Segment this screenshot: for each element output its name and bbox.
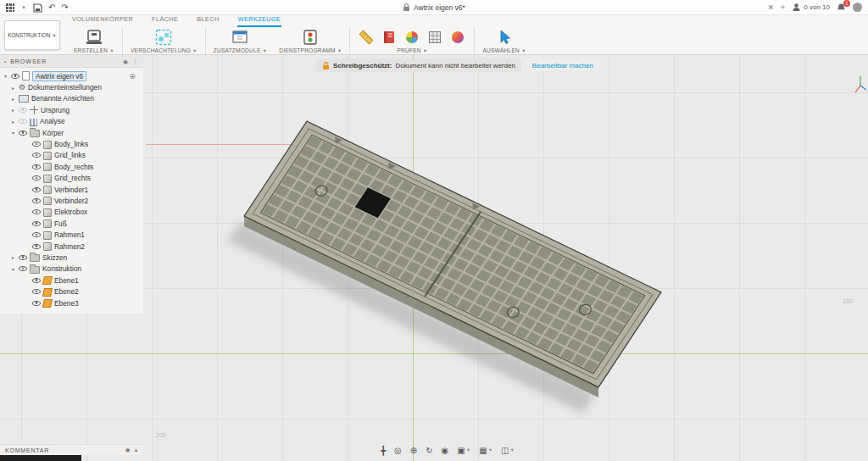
visibility-eye-icon[interactable]: [19, 117, 27, 125]
display-settings-icon[interactable]: ▣▼: [457, 447, 470, 455]
tree-item-body_rechts[interactable]: Body_rechts: [0, 161, 143, 172]
interference-book-icon[interactable]: [381, 29, 398, 46]
tree-item-ebene3[interactable]: Ebene3: [0, 297, 143, 308]
tree-item-rahmen2[interactable]: Rahmen2: [0, 241, 143, 252]
tab-werkzeuge[interactable]: WERKZEUGE: [237, 15, 282, 27]
data-panel-icon[interactable]: [5, 3, 15, 13]
visibility-eye-icon[interactable]: [19, 264, 27, 273]
tree-item-skizzen[interactable]: ▸Skizzen: [0, 252, 143, 263]
orbit-icon[interactable]: ↻: [426, 447, 432, 455]
visibility-eye-icon[interactable]: [32, 208, 41, 216]
add-icon[interactable]: ⊕: [129, 72, 136, 81]
group-pruefen[interactable]: PRÜFEN▼: [352, 27, 472, 53]
plane-icon: [42, 276, 53, 285]
grid-label: 100: [843, 298, 853, 304]
close-tab-icon[interactable]: ✕: [767, 3, 774, 12]
look-at-icon[interactable]: ◉: [442, 447, 449, 455]
panel-menu-icon[interactable]: ⋮: [132, 58, 139, 65]
redo-icon[interactable]: ↷: [61, 3, 68, 12]
pan-icon[interactable]: ╋: [381, 447, 386, 455]
collapse-arrow-icon[interactable]: ▸: [10, 119, 16, 125]
workspace-selector-button[interactable]: KONSTRUKTION ▼: [4, 20, 60, 50]
visibility-eye-icon[interactable]: [32, 151, 41, 159]
select-cursor-icon[interactable]: [495, 28, 514, 47]
section-analysis-icon[interactable]: [403, 29, 420, 46]
visibility-eye-icon[interactable]: [32, 299, 41, 308]
tree-item-körper[interactable]: ▾Körper: [0, 127, 143, 138]
tree-item-body_links[interactable]: Body_links: [0, 138, 143, 149]
tree-item-ebene1[interactable]: Ebene1: [0, 275, 143, 286]
collapse-arrow-icon[interactable]: ▸: [10, 254, 16, 260]
tree-item-grid_rechts[interactable]: Grid_rechts: [0, 173, 143, 184]
fit-icon[interactable]: ⊕: [410, 447, 417, 455]
zoom-icon[interactable]: ◎: [394, 447, 402, 455]
tree-root[interactable]: ▾ Awtrix eigen v6 ⊕: [0, 70, 143, 81]
collapse-arrow-icon[interactable]: ▸: [10, 107, 16, 113]
group-verschachtelung[interactable]: VERSCHACHTELUNG▼: [125, 27, 203, 53]
visibility-eye-icon[interactable]: [32, 140, 41, 148]
tab-volumenkoerper[interactable]: VOLUMENKÖRPER: [71, 15, 134, 27]
3d-print-icon[interactable]: [85, 28, 103, 47]
tree-item-fuß[interactable]: Fuß: [0, 218, 143, 229]
visibility-eye-icon[interactable]: [32, 276, 41, 285]
tree-item-verbinder1[interactable]: Verbinder1: [0, 184, 143, 195]
undo-icon[interactable]: ↶: [48, 3, 55, 12]
nesting-icon[interactable]: [154, 28, 173, 47]
visibility-eye-icon[interactable]: [32, 197, 41, 205]
make-editable-button[interactable]: Bearbeitbar machen: [526, 59, 599, 71]
comment-expand-icon[interactable]: ▴: [135, 447, 138, 453]
comment-panel-header[interactable]: KOMMENTAR ◉ ▴: [0, 444, 143, 455]
tree-item-dokumenteinstellungen[interactable]: ▸⚙Dokumenteinstellungen: [0, 81, 143, 92]
save-icon[interactable]: [32, 3, 42, 13]
new-tab-icon[interactable]: +: [781, 3, 785, 12]
notifications-button[interactable]: 1: [837, 3, 846, 13]
tree-item-ebene2[interactable]: Ebene2: [0, 286, 143, 297]
visibility-eye-icon[interactable]: [19, 129, 27, 137]
group-erstellen[interactable]: ERSTELLEN▼: [68, 27, 120, 53]
visibility-eye-icon[interactable]: [32, 219, 41, 228]
tab-flaeche[interactable]: FLÄCHE: [151, 15, 179, 27]
visibility-eye-icon[interactable]: [32, 163, 41, 171]
visibility-eye-icon[interactable]: [11, 72, 19, 81]
tree-item-elektrobox[interactable]: Elektrobox: [0, 207, 143, 218]
panel-options-icon[interactable]: ◉: [123, 58, 129, 65]
group-auswaehlen[interactable]: AUSWÄHLEN▼: [476, 27, 531, 53]
tree-item-rahmen1[interactable]: Rahmen1: [0, 229, 143, 240]
tree-item-label: Grid_links: [54, 151, 86, 159]
panel-collapse-icon[interactable]: ▪: [4, 59, 7, 64]
tree-item-analyse[interactable]: ▸Analyse: [0, 116, 143, 127]
visibility-eye-icon[interactable]: [19, 253, 27, 262]
grid-settings-icon: ▦: [479, 447, 487, 455]
viewports-icon[interactable]: ◫▼: [501, 447, 515, 455]
lattice-cube-icon[interactable]: [426, 29, 443, 46]
grid-settings-icon[interactable]: ▦▼: [479, 447, 492, 455]
visibility-eye-icon[interactable]: [32, 242, 41, 251]
expand-arrow-icon[interactable]: ▾: [10, 266, 16, 272]
tree-item-verbinder2[interactable]: Verbinder2: [0, 195, 143, 206]
visibility-eye-icon[interactable]: [32, 174, 41, 182]
collapse-arrow-icon[interactable]: ▸: [10, 96, 16, 102]
expand-arrow-icon[interactable]: ▾: [3, 73, 8, 79]
curvature-sphere-icon[interactable]: [449, 29, 466, 46]
measure-ruler-icon[interactable]: [358, 29, 375, 46]
group-zusatzmodule[interactable]: ZUSATZMODULE▼: [208, 27, 273, 53]
tab-blech[interactable]: BLECH: [196, 15, 220, 27]
comment-options-icon[interactable]: ◉: [125, 447, 131, 453]
tree-item-benannte-ansichten[interactable]: ▸Benannte Ansichten: [0, 93, 143, 104]
avatar[interactable]: [853, 3, 862, 12]
tree-item-ursprung[interactable]: ▸Ursprung: [0, 104, 143, 115]
job-status[interactable]: 0 von 10: [792, 3, 830, 12]
visibility-eye-icon[interactable]: [32, 287, 41, 296]
utility-icon[interactable]: [301, 28, 320, 47]
chevron-down-icon[interactable]: ▼: [21, 5, 26, 10]
root-document-label[interactable]: Awtrix eigen v6: [32, 71, 86, 81]
expand-arrow-icon[interactable]: ▾: [10, 130, 16, 136]
group-dienstprogramm[interactable]: DIENSTPROGRAMM▼: [273, 27, 348, 53]
collapse-arrow-icon[interactable]: ▸: [10, 85, 16, 91]
visibility-eye-icon[interactable]: [19, 106, 27, 114]
tree-item-konstruktion[interactable]: ▾Konstruktion: [0, 264, 143, 275]
visibility-eye-icon[interactable]: [32, 186, 41, 194]
tree-item-grid_links[interactable]: Grid_links: [0, 150, 143, 161]
add-ins-icon[interactable]: [231, 28, 249, 47]
visibility-eye-icon[interactable]: [32, 230, 41, 239]
